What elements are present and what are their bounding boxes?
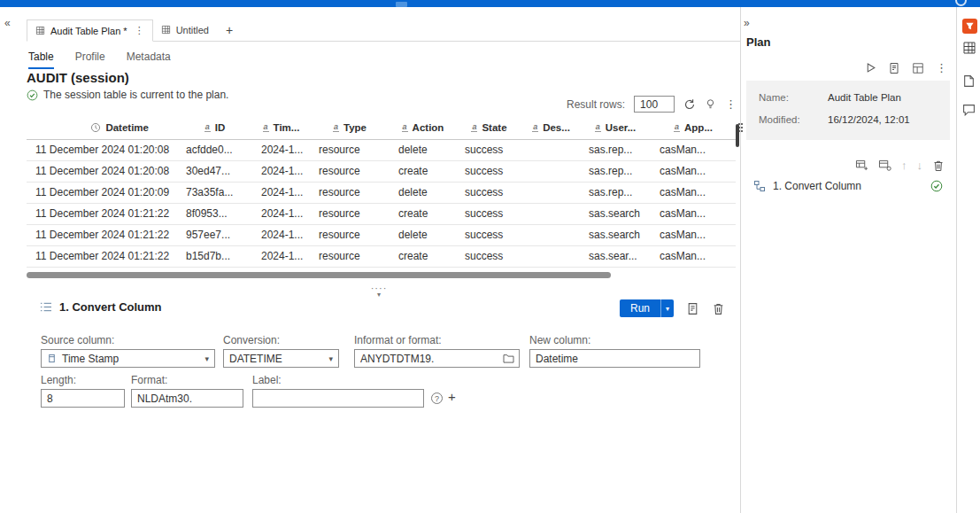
run-dropdown-caret[interactable]: ▾ xyxy=(660,299,674,317)
table-rail-icon[interactable] xyxy=(962,41,976,55)
transform-step-icon xyxy=(753,180,766,192)
character-type-icon: a xyxy=(263,123,269,132)
character-type-icon: a xyxy=(532,123,538,132)
chevron-down-icon: ▾ xyxy=(204,354,209,363)
tab-metadata[interactable]: Metadata xyxy=(127,51,171,69)
tab-table[interactable]: Table xyxy=(28,51,54,69)
splitter-caret-icon: ▾ xyxy=(358,291,400,298)
table-row[interactable]: 11 December 2024 01:21:228f0953...2024-1… xyxy=(27,203,736,224)
result-rows-label: Result rows: xyxy=(567,98,625,111)
note-icon[interactable] xyxy=(888,62,900,74)
tab-label: Untitled xyxy=(176,25,209,35)
conversion-select[interactable]: DATETIME ▾ xyxy=(223,349,339,368)
plan-panel-title: Plan xyxy=(746,35,770,49)
column-header-type[interactable]: aType xyxy=(310,116,390,139)
plan-modified-value: 16/12/2024, 12:01 xyxy=(828,114,938,125)
format-input[interactable] xyxy=(131,389,243,408)
table-row[interactable]: 11 December 2024 01:20:0973a35fa...2024-… xyxy=(27,182,736,203)
new-column-label: New column: xyxy=(529,334,590,346)
column-header-action[interactable]: aAction xyxy=(390,116,456,139)
transform-header: 1. Convert Column xyxy=(39,300,162,314)
note-icon[interactable] xyxy=(686,302,699,315)
plan-step-convert-column[interactable]: 1. Convert Column xyxy=(746,175,950,198)
horizontal-scrollbar[interactable] xyxy=(27,272,611,278)
table-overflow-menu-icon[interactable]: ⋮ xyxy=(725,97,737,111)
column-header-datetime[interactable]: Datetime xyxy=(27,116,177,139)
document-tabstrip: Audit Table Plan * ⋮ Untitled + xyxy=(27,19,740,42)
move-step-down-icon[interactable]: ↓ xyxy=(917,159,923,172)
informat-input[interactable] xyxy=(355,350,503,367)
column-header-state[interactable]: aState xyxy=(456,116,522,139)
column-header-id[interactable]: aID xyxy=(177,116,252,139)
informat-label: Informat or format: xyxy=(354,334,442,346)
table-row[interactable]: 11 December 2024 01:21:22b15d7b...2024-1… xyxy=(27,245,736,267)
add-label-button[interactable]: + xyxy=(448,391,456,403)
source-column-label: Source column: xyxy=(41,334,114,346)
panel-splitter-handle[interactable]: ···· ▾ xyxy=(358,284,400,298)
format-label: Format: xyxy=(131,374,167,386)
plan-toolbar: ⋮ xyxy=(865,61,947,74)
page-title: AUDIT (session) xyxy=(27,70,129,85)
tab-label: Audit Table Plan * xyxy=(50,26,127,36)
save-table-icon[interactable] xyxy=(912,62,924,74)
column-header-app[interactable]: aApp... xyxy=(651,116,736,139)
label-label: Label: xyxy=(252,374,282,386)
collapse-left-pane-icon[interactable]: « xyxy=(4,17,11,29)
view-subtabs: Table Profile Metadata xyxy=(28,51,171,69)
app-window: « » Audit Table Plan * ⋮ Untitled + Tabl… xyxy=(0,0,980,513)
table-row[interactable]: 11 December 2024 01:20:0830ed47...2024-1… xyxy=(27,160,736,182)
plan-step-toolbar: ↑ ↓ xyxy=(855,159,945,172)
add-step-table-icon[interactable] xyxy=(855,159,868,171)
comment-rail-icon[interactable] xyxy=(962,104,976,116)
column-header-tim[interactable]: aTim... xyxy=(252,116,310,139)
tab-audit-table-plan[interactable]: Audit Table Plan * ⋮ xyxy=(27,19,153,42)
vertical-scrollbar[interactable] xyxy=(736,124,739,147)
tab-untitled[interactable]: Untitled xyxy=(153,19,217,41)
move-step-up-icon[interactable]: ↑ xyxy=(901,159,907,172)
table-grid-icon xyxy=(35,26,45,35)
character-type-icon: a xyxy=(674,123,680,132)
step-preview-icon[interactable] xyxy=(878,159,891,171)
conversion-label: Conversion: xyxy=(223,334,280,346)
datetime-type-icon xyxy=(90,122,101,133)
refresh-icon[interactable] xyxy=(683,98,696,111)
delete-transform-icon[interactable] xyxy=(712,302,725,315)
character-type-icon: a xyxy=(595,123,601,132)
new-column-input[interactable] xyxy=(529,349,700,368)
length-label: Length: xyxy=(41,374,76,386)
table-row[interactable]: 11 December 2024 01:21:22957ee7...2024-1… xyxy=(27,224,736,245)
run-plan-icon[interactable] xyxy=(865,62,876,74)
label-input[interactable] xyxy=(252,389,424,408)
lightbulb-icon[interactable] xyxy=(705,98,716,110)
collapse-plan-panel-icon[interactable]: » xyxy=(744,17,750,29)
numbered-list-icon xyxy=(39,301,52,313)
character-type-icon: a xyxy=(402,123,408,132)
character-type-icon: a xyxy=(333,123,339,132)
tab-menu-icon[interactable]: ⋮ xyxy=(135,25,144,36)
document-rail-icon[interactable] xyxy=(963,74,975,88)
top-bar-highlight xyxy=(396,2,407,7)
check-circle-icon xyxy=(27,89,38,101)
character-type-icon: a xyxy=(204,123,211,132)
column-type-icon xyxy=(47,354,57,363)
table-grid-icon xyxy=(161,25,171,35)
help-icon[interactable] xyxy=(955,0,967,6)
plan-step-label: 1. Convert Column xyxy=(773,180,861,192)
column-header-user[interactable]: aUser... xyxy=(580,116,651,139)
step-success-check-icon xyxy=(930,180,943,192)
source-column-select[interactable]: Time Stamp ▾ xyxy=(41,349,215,368)
add-tab-button[interactable]: + xyxy=(217,23,242,37)
alerts-rail-icon[interactable] xyxy=(962,19,977,34)
length-input[interactable] xyxy=(41,389,125,408)
run-button[interactable]: Run xyxy=(620,299,660,317)
run-cluster: Run ▾ xyxy=(620,299,725,317)
help-circle-icon[interactable]: ? xyxy=(431,393,443,404)
table-row[interactable]: 11 December 2024 01:20:08acfdde0...2024-… xyxy=(27,139,736,160)
result-rows-input[interactable] xyxy=(634,96,675,113)
plan-overflow-menu-icon[interactable]: ⋮ xyxy=(936,61,947,74)
main-panel-divider xyxy=(740,7,741,513)
column-header-des[interactable]: aDes... xyxy=(522,116,580,139)
delete-step-icon[interactable] xyxy=(932,159,945,172)
tab-profile[interactable]: Profile xyxy=(75,51,105,69)
folder-browse-icon[interactable] xyxy=(503,354,514,363)
